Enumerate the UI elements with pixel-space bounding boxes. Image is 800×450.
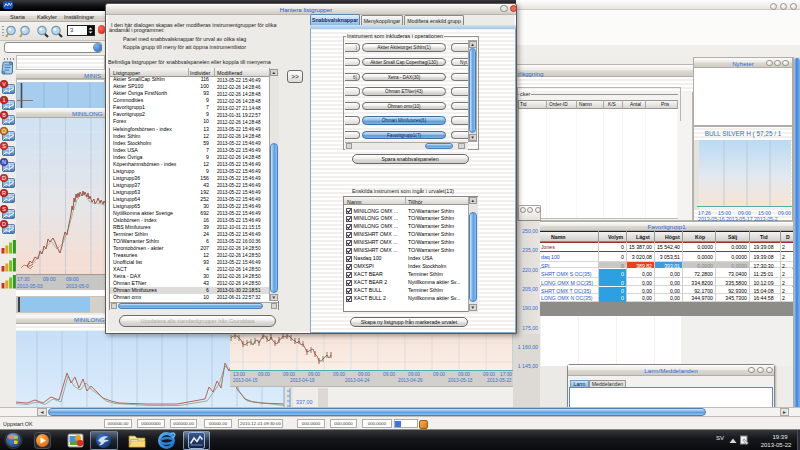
svg-text:R: R: [2, 190, 6, 196]
svg-text:S: S: [2, 206, 6, 212]
svg-text:D: D: [2, 222, 6, 228]
svg-text:1: 1: [2, 97, 5, 103]
svg-text:B: B: [2, 112, 6, 118]
svg-text:D: D: [2, 175, 6, 181]
svg-text:S: S: [2, 144, 6, 150]
svg-text:V: V: [2, 81, 6, 87]
svg-text:N: N: [2, 159, 6, 165]
svg-text:O: O: [2, 128, 7, 134]
